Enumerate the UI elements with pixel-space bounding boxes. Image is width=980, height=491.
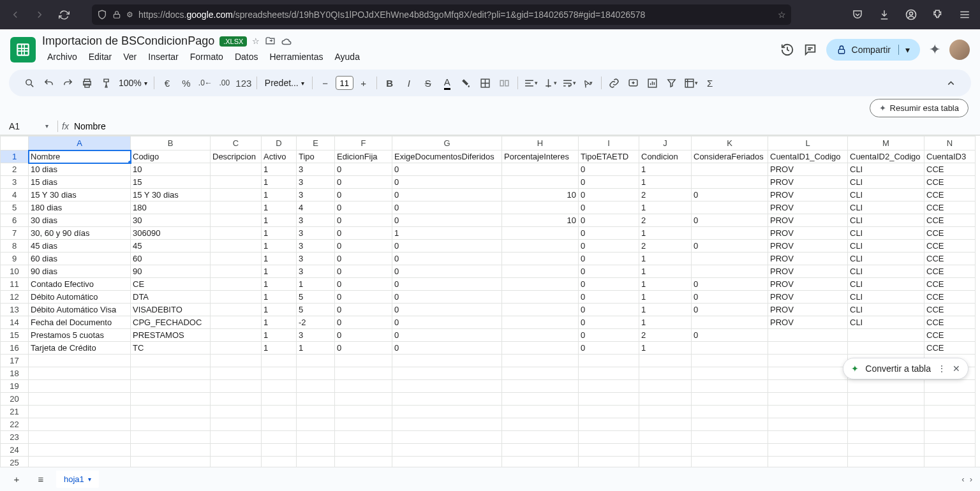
cell[interactable] — [262, 380, 297, 393]
cell[interactable]: 10 — [502, 189, 579, 202]
cell[interactable] — [29, 393, 131, 406]
star-icon[interactable]: ☆ — [778, 10, 786, 20]
cell[interactable]: CCE — [924, 304, 976, 316]
cell[interactable]: CCE — [924, 189, 976, 202]
cell[interactable] — [502, 393, 579, 406]
cell[interactable]: Débito Automático — [29, 291, 131, 304]
cell[interactable]: 45 — [131, 240, 211, 253]
move-icon[interactable] — [265, 36, 276, 47]
cell[interactable]: 15 Y 30 dias — [131, 189, 211, 202]
number-format-dropdown[interactable]: 123 — [235, 74, 253, 92]
gemini-icon[interactable]: ✦ — [929, 41, 940, 58]
cell[interactable]: PROV — [768, 291, 848, 304]
cell[interactable] — [848, 406, 924, 418]
cell[interactable]: Tarjeta de Crédito — [29, 342, 131, 355]
cell[interactable]: 0 — [335, 278, 392, 291]
cell[interactable]: 0 — [392, 316, 502, 329]
menu-editar[interactable]: Editar — [84, 49, 117, 64]
cell[interactable]: 4 — [297, 202, 335, 214]
cell[interactable]: CLI — [848, 227, 924, 240]
cell[interactable] — [297, 431, 335, 444]
cell[interactable]: 30 — [131, 214, 211, 227]
cell[interactable]: 3 — [297, 265, 335, 278]
col-header-M[interactable]: M — [848, 136, 924, 150]
cell[interactable] — [924, 406, 976, 418]
cell[interactable] — [579, 355, 639, 367]
cell[interactable]: 1 — [262, 253, 297, 265]
cloud-status-icon[interactable] — [281, 36, 292, 47]
cell[interactable]: 1 — [262, 176, 297, 189]
history-icon[interactable] — [780, 43, 794, 57]
row-header[interactable]: 23 — [1, 431, 29, 444]
cell[interactable]: EdicionFija — [335, 150, 392, 163]
decrease-decimal-icon[interactable]: .0← — [197, 74, 214, 92]
merge-cells-icon[interactable] — [496, 74, 514, 92]
cell[interactable] — [29, 367, 131, 380]
cell[interactable]: 3 — [297, 214, 335, 227]
cell[interactable] — [211, 214, 262, 227]
cell[interactable] — [392, 418, 502, 431]
cell[interactable]: 0 — [579, 214, 639, 227]
cell[interactable]: 0 — [692, 214, 768, 227]
sheets-logo-icon[interactable] — [10, 37, 36, 62]
col-header-H[interactable]: H — [502, 136, 579, 150]
cell[interactable]: 3 — [297, 329, 335, 342]
cell[interactable] — [639, 355, 692, 367]
cell[interactable]: CuentaID2_Codigo — [848, 150, 924, 163]
cell[interactable]: CLI — [848, 214, 924, 227]
borders-icon[interactable] — [477, 74, 494, 92]
row-header[interactable]: 17 — [1, 355, 29, 367]
cell[interactable]: 1 — [262, 304, 297, 316]
cell[interactable] — [131, 431, 211, 444]
cell[interactable]: 1 — [262, 291, 297, 304]
col-header-G[interactable]: G — [392, 136, 502, 150]
cell[interactable] — [579, 418, 639, 431]
spreadsheet-grid[interactable]: ABCDEFGHIJKLMN1NombreCodigoDescripcionAc… — [0, 135, 980, 480]
cell[interactable]: 0 — [692, 291, 768, 304]
cell[interactable] — [502, 291, 579, 304]
comment-icon[interactable] — [803, 43, 817, 57]
cell[interactable] — [692, 393, 768, 406]
cell[interactable]: CCE — [924, 291, 976, 304]
cell[interactable]: CCE — [924, 278, 976, 291]
cell[interactable] — [211, 304, 262, 316]
cell[interactable]: 1 — [392, 227, 502, 240]
cell[interactable]: 2 — [639, 189, 692, 202]
all-sheets-icon[interactable]: ≡ — [32, 471, 50, 480]
cell[interactable] — [924, 393, 976, 406]
cell[interactable]: 1 — [262, 189, 297, 202]
cell[interactable] — [335, 444, 392, 457]
close-icon[interactable]: ✕ — [953, 363, 960, 374]
cell[interactable] — [848, 329, 924, 342]
cell[interactable]: 0 — [579, 329, 639, 342]
cell[interactable] — [262, 367, 297, 380]
cell[interactable]: Condicion — [639, 150, 692, 163]
cell[interactable] — [579, 380, 639, 393]
cell[interactable] — [692, 367, 768, 380]
cell[interactable] — [848, 380, 924, 393]
sheet-tab-hoja1[interactable]: hoja1▾ — [56, 471, 99, 480]
cell[interactable]: PROV — [768, 278, 848, 291]
row-header[interactable]: 4 — [1, 189, 29, 202]
cell[interactable] — [639, 406, 692, 418]
cell[interactable] — [262, 393, 297, 406]
cell[interactable] — [211, 367, 262, 380]
cell[interactable]: CLI — [848, 291, 924, 304]
cell[interactable] — [768, 355, 848, 367]
cell[interactable] — [297, 355, 335, 367]
cell[interactable]: 15 — [131, 176, 211, 189]
cell[interactable]: 1 — [297, 342, 335, 355]
account-icon[interactable] — [902, 6, 920, 24]
chevron-down-icon[interactable]: ▾ — [898, 45, 910, 55]
cell[interactable] — [692, 176, 768, 189]
cell[interactable]: 0 — [392, 265, 502, 278]
cell[interactable] — [211, 329, 262, 342]
cell[interactable] — [335, 393, 392, 406]
cell[interactable]: 0 — [692, 278, 768, 291]
download-icon[interactable] — [875, 6, 893, 24]
cell[interactable] — [211, 265, 262, 278]
row-header[interactable]: 21 — [1, 406, 29, 418]
cell[interactable] — [297, 444, 335, 457]
cell[interactable]: Activo — [262, 150, 297, 163]
cell[interactable] — [297, 380, 335, 393]
